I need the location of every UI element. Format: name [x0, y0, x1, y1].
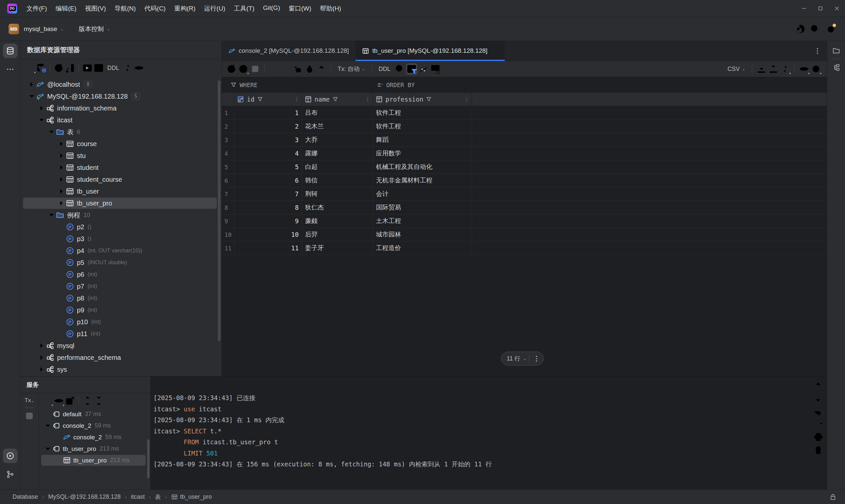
jump-button[interactable]: ▾ — [780, 63, 791, 74]
cell-name[interactable]: 廉颇 — [302, 214, 373, 228]
stop-square-icon[interactable] — [26, 413, 33, 419]
db-gear-button[interactable] — [36, 62, 47, 74]
column-header-name[interactable]: name — [302, 93, 373, 106]
commit-button[interactable] — [304, 63, 315, 74]
sort-icon[interactable] — [464, 97, 469, 102]
win-min-button[interactable] — [795, 0, 812, 17]
chevron-right-icon[interactable] — [57, 200, 66, 206]
cell-name[interactable]: 白起 — [302, 160, 373, 174]
chevron-right-icon[interactable] — [57, 152, 66, 159]
ddl-button[interactable]: DDL — [104, 62, 122, 74]
service-item-tb_user_pro[interactable]: tb_user_pro213 ms — [39, 443, 150, 454]
chevron-right-icon[interactable] — [57, 176, 66, 183]
tree-item-mysql-@192.168.128.128[interactable]: MySQL-@192.168.128.1285 — [20, 90, 222, 102]
breadcrumb-item-tb_user_pro[interactable]: tb_user_pro — [171, 493, 212, 500]
cell-name[interactable]: 露娜 — [302, 147, 373, 160]
tree-item-student_course[interactable]: student_course — [20, 174, 222, 185]
table-row[interactable]: 33大乔舞蹈 — [222, 133, 827, 147]
chevron-right-icon[interactable] — [57, 164, 66, 171]
tree-item-p8[interactable]: Pp8(int) — [20, 292, 222, 304]
add-button[interactable]: ▾ — [42, 395, 53, 407]
tx-mode-button[interactable]: Tx⌄ — [25, 397, 34, 404]
eye-button[interactable]: ▾ — [53, 395, 64, 407]
soft-wrap-button[interactable] — [813, 406, 824, 417]
git-button[interactable] — [3, 467, 17, 482]
ddl-button[interactable]: DDL — [376, 63, 393, 74]
scroll-end-button[interactable] — [813, 418, 824, 430]
tree-item-stu[interactable]: stu — [20, 150, 222, 162]
open-new-button[interactable] — [64, 395, 75, 407]
refresh-button[interactable] — [53, 62, 64, 74]
filter-grid-button[interactable] — [406, 63, 417, 74]
service-item-default[interactable]: default37 ms — [39, 408, 150, 420]
data-gear-button[interactable] — [430, 63, 441, 74]
console-run-button[interactable] — [82, 62, 93, 74]
tree-item-p10[interactable]: Pp10(int) — [20, 316, 222, 328]
cell-profession[interactable]: 机械工程及其自动化 — [373, 160, 472, 174]
sort-icon[interactable] — [365, 97, 370, 102]
tree-item-tb_user_pro[interactable]: tb_user_pro — [20, 197, 222, 209]
tree-item-student[interactable]: student — [20, 162, 222, 174]
chevron-down-icon[interactable] — [27, 93, 36, 100]
cell-name[interactable]: 吕布 — [302, 106, 373, 120]
cell-profession[interactable]: 软件工程 — [373, 106, 472, 120]
breadcrumb-item-表[interactable]: 表 — [155, 493, 161, 501]
tree-item-p4[interactable]: Pp4(int, OUT varchar(10)) — [20, 245, 222, 257]
sort-icon[interactable] — [294, 97, 299, 102]
table-row[interactable]: 11吕布软件工程 — [222, 106, 827, 120]
more-h-button[interactable] — [3, 62, 17, 76]
chart-button[interactable] — [418, 63, 429, 74]
db-stack-button[interactable] — [3, 43, 17, 58]
close-icon[interactable] — [492, 48, 498, 54]
menu-工具-t[interactable]: 工具(T) — [230, 2, 258, 15]
chevron-right-icon[interactable] — [37, 366, 46, 373]
win-max-button[interactable] — [812, 0, 828, 17]
chevron-down-icon[interactable] — [47, 129, 56, 135]
tab-options-button[interactable] — [812, 45, 823, 56]
eye-button[interactable] — [133, 62, 145, 74]
tree-item-tb_user[interactable]: tb_user — [20, 185, 222, 197]
cell-id[interactable]: 3 — [234, 133, 302, 146]
chevron-down-icon[interactable] — [43, 446, 52, 452]
breadcrumb-item-itcast[interactable]: itcast — [131, 493, 145, 500]
cell-id[interactable]: 9 — [234, 214, 302, 228]
tree-item-mysql[interactable]: mysql — [20, 340, 222, 352]
chevron-right-icon[interactable] — [37, 105, 46, 111]
gear-button[interactable]: ▾ — [810, 63, 822, 74]
column-header-profession[interactable]: profession — [373, 93, 472, 106]
table-row[interactable]: 88狄仁杰国际贸易 — [222, 201, 827, 214]
cell-name[interactable]: 姜子牙 — [302, 241, 373, 255]
table-row[interactable]: 55白起机械工程及其自动化 — [222, 160, 827, 174]
jump-button[interactable] — [122, 62, 133, 74]
funnel-icon[interactable] — [332, 96, 338, 102]
cell-profession[interactable]: 会计 — [373, 187, 472, 200]
menu-运行-u[interactable]: 运行(U) — [200, 2, 229, 15]
tree-item-p3[interactable]: Pp3() — [20, 233, 222, 245]
undo-button[interactable] — [292, 63, 303, 74]
tree-item-information_schema[interactable]: information_schema — [20, 102, 222, 114]
tree-item-performance_schema[interactable]: performance_schema — [20, 352, 222, 363]
minus-button[interactable] — [280, 63, 292, 74]
chevron-right-icon[interactable] — [57, 188, 66, 195]
cell-id[interactable]: 6 — [234, 174, 302, 187]
trash-button[interactable] — [813, 444, 824, 455]
arrow-up-button[interactable] — [813, 380, 824, 391]
cell-name[interactable]: 荆轲 — [302, 187, 373, 200]
service-item-console_2[interactable]: console_259 ms — [39, 431, 150, 443]
cell-id[interactable]: 2 — [234, 120, 302, 133]
table-row[interactable]: 99廉颇土木工程 — [222, 214, 827, 228]
table-row[interactable]: 1111姜子牙工程造价 — [222, 241, 827, 255]
eye-button[interactable]: ▾ — [798, 63, 810, 74]
arrow-up-button[interactable] — [316, 63, 327, 74]
stop-button[interactable] — [249, 63, 261, 74]
cell-profession[interactable]: 应用数学 — [373, 147, 472, 160]
menu-窗口-w[interactable]: 窗口(W) — [284, 2, 315, 15]
cell-profession[interactable]: 舞蹈 — [373, 133, 472, 146]
row-count-button[interactable]: 11 行 ⌄ — [501, 352, 544, 365]
tree-item-course[interactable]: course — [20, 138, 222, 150]
cell-profession[interactable]: 无机非金属材料工程 — [373, 174, 472, 187]
services-scrollbar[interactable] — [147, 439, 149, 478]
collapse-button[interactable] — [93, 395, 104, 407]
service-item-tb_user_pro[interactable]: tb_user_pro213 ms — [39, 454, 150, 466]
cell-name[interactable]: 韩信 — [302, 174, 373, 187]
